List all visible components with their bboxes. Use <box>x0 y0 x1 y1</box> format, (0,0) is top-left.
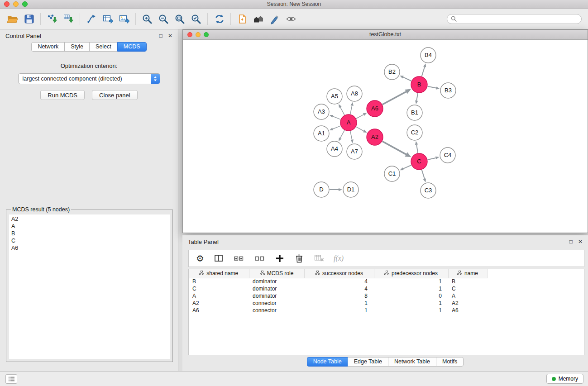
toggle-columns-icon[interactable] <box>213 253 224 264</box>
export-image-icon[interactable] <box>116 11 132 27</box>
optimization-select[interactable]: largest connected component (directed) <box>18 73 160 84</box>
edge-C-C1[interactable] <box>400 165 411 170</box>
table-cell[interactable]: 1 <box>374 285 448 292</box>
open-document-icon[interactable] <box>234 11 250 27</box>
run-mcds-button[interactable]: Run MCDS <box>40 90 85 100</box>
tab-mcds[interactable]: MCDS <box>117 42 147 52</box>
table-tab-node-table[interactable]: Node Table <box>307 357 348 367</box>
table-tab-edge-table[interactable]: Edge Table <box>348 357 388 367</box>
edge-A-A3[interactable] <box>330 115 341 119</box>
table-tab-motifs[interactable]: Motifs <box>436 357 464 367</box>
zoom-fit-icon[interactable] <box>172 11 188 27</box>
edge-B-B2[interactable] <box>400 76 411 81</box>
minimize-network-button[interactable] <box>196 32 201 37</box>
column-header-predecessor-nodes[interactable]: predecessor nodes <box>374 269 448 278</box>
tab-style[interactable]: Style <box>64 42 90 52</box>
apply-layout-icon[interactable] <box>211 11 227 27</box>
import-network-icon[interactable] <box>44 11 60 27</box>
edge-A-A7[interactable] <box>350 131 354 143</box>
close-panel-button[interactable]: Close panel <box>92 90 138 100</box>
close-panel-icon[interactable]: ✕ <box>168 33 172 38</box>
table-cell[interactable]: 4 <box>304 278 374 285</box>
table-settings-icon[interactable]: ⚙ <box>196 254 204 263</box>
table-cell[interactable]: A6 <box>189 307 249 314</box>
table-cell[interactable]: dominator <box>249 285 304 292</box>
edge-C-C3[interactable] <box>422 170 426 182</box>
table-cell[interactable]: 8 <box>304 292 374 300</box>
table-row[interactable]: Bdominator41B <box>189 278 487 285</box>
table-cell[interactable]: C <box>189 285 249 292</box>
network-graph[interactable]: B4B2BB3A5A8A6B1A3AC2A1A2A4A7C4CC1C3DD1 <box>183 40 588 233</box>
edge-C-C4[interactable] <box>428 157 440 160</box>
zoom-selected-icon[interactable] <box>188 11 204 27</box>
edge-B-B1[interactable] <box>415 93 418 104</box>
column-header-name[interactable]: name <box>448 269 487 278</box>
tab-select[interactable]: Select <box>89 42 118 52</box>
edge-A-A6[interactable] <box>356 113 367 119</box>
table-cell[interactable]: A <box>448 292 487 300</box>
table-row[interactable]: Cdominator41C <box>189 285 487 292</box>
float-panel-icon[interactable]: □ <box>159 33 163 38</box>
table-cell[interactable]: 1 <box>304 300 374 307</box>
mcds-result-item[interactable]: C <box>9 237 170 244</box>
home-icon[interactable] <box>250 11 267 27</box>
graph-node-A1[interactable]: A1 <box>314 126 329 141</box>
minimize-window-button[interactable] <box>13 1 19 7</box>
table-cell[interactable]: B <box>448 278 487 285</box>
graph-node-A4[interactable]: A4 <box>327 141 342 157</box>
graph-node-B1[interactable]: B1 <box>407 105 422 120</box>
edge-C-C2[interactable] <box>415 141 418 153</box>
graph-node-D1[interactable]: D1 <box>343 182 359 197</box>
zoom-in-icon[interactable] <box>139 11 155 27</box>
graph-node-B3[interactable]: B3 <box>440 83 456 98</box>
table-cell[interactable]: 0 <box>374 292 448 300</box>
edge-A-A8[interactable] <box>350 102 354 114</box>
column-header-mcds-role[interactable]: MCDS role <box>249 269 304 278</box>
graph-node-B4[interactable]: B4 <box>421 48 436 63</box>
graph-node-A8[interactable]: A8 <box>347 86 362 101</box>
edge-A2-C[interactable] <box>382 141 411 157</box>
edge-A-A1[interactable] <box>330 126 341 130</box>
close-table-panel-icon[interactable]: ✕ <box>578 239 583 244</box>
mcds-result-list[interactable]: A2ABCA6 <box>9 214 170 359</box>
edge-B-B4[interactable] <box>422 63 426 76</box>
task-history-icon[interactable] <box>5 374 17 384</box>
import-table-icon[interactable] <box>60 11 76 27</box>
graph-node-B[interactable]: B <box>411 76 427 93</box>
graph-node-C3[interactable]: C3 <box>421 183 436 198</box>
tab-network[interactable]: Network <box>31 42 65 52</box>
add-row-icon[interactable] <box>275 253 285 263</box>
table-cell[interactable]: 1 <box>374 307 448 314</box>
table-row[interactable]: Adominator80A <box>189 292 487 300</box>
table-tab-network-table[interactable]: Network Table <box>388 357 436 367</box>
search-input[interactable] <box>459 16 578 22</box>
table-cell[interactable]: dominator <box>249 292 304 300</box>
zoom-window-button[interactable] <box>22 1 28 7</box>
table-cell[interactable]: C <box>448 285 487 292</box>
mcds-result-item[interactable]: A2 <box>9 215 170 223</box>
table-cell[interactable]: A <box>189 292 249 300</box>
deselect-all-icon[interactable] <box>254 253 266 264</box>
graph-node-C4[interactable]: C4 <box>440 148 455 163</box>
edge-A-A2[interactable] <box>356 127 367 133</box>
edge-A-A4[interactable] <box>339 130 344 141</box>
mcds-result-item[interactable]: A6 <box>9 244 170 252</box>
zoom-out-icon[interactable] <box>155 11 172 27</box>
network-canvas[interactable]: B4B2BB3A5A8A6B1A3AC2A1A2A4A7C4CC1C3DD1 <box>183 40 588 233</box>
delete-table-icon[interactable] <box>314 253 325 263</box>
select-all-icon[interactable] <box>233 253 245 264</box>
memory-button[interactable]: Memory <box>546 374 583 384</box>
mcds-result-item[interactable]: A <box>9 223 170 230</box>
graph-node-A2[interactable]: A2 <box>367 129 383 145</box>
graph-node-C2[interactable]: C2 <box>407 125 422 140</box>
table-cell[interactable]: 4 <box>304 285 374 292</box>
table-cell[interactable]: 1 <box>304 307 374 314</box>
open-session-icon[interactable] <box>5 11 21 27</box>
table-cell[interactable]: A2 <box>448 300 487 307</box>
table-cell[interactable]: 1 <box>374 278 448 285</box>
table-cell[interactable]: connector <box>249 300 304 307</box>
table-cell[interactable]: A6 <box>448 307 487 314</box>
edge-B-B3[interactable] <box>428 86 440 90</box>
save-session-icon[interactable] <box>21 11 37 27</box>
graph-node-B2[interactable]: B2 <box>384 64 400 80</box>
